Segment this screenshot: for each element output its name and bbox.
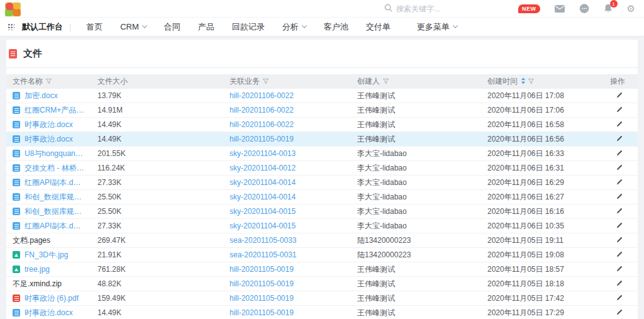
sort-icon[interactable] [521, 77, 526, 84]
edit-icon[interactable] [616, 221, 623, 229]
settings-gear-icon[interactable]: ⚙ [627, 4, 635, 13]
file-name-link[interactable]: 交接文档 - 林桥.docx [25, 163, 85, 174]
edit-icon[interactable] [616, 178, 623, 186]
table-row[interactable]: 加密.docx13.79Khill-20201106-0022王伟峰测试2020… [6, 89, 638, 103]
edit-icon[interactable] [616, 308, 623, 316]
file-size: 14.49K [91, 308, 223, 317]
table-row[interactable]: 红圈API副本.docx27.33Ksky-20201104-0014李大宝-l… [6, 176, 638, 190]
nav-item-pool[interactable]: 客户池 [315, 21, 357, 33]
file-name-cell: 加密.docx [6, 91, 91, 101]
nav-item-home[interactable]: 首页 [77, 21, 111, 33]
nav-item-payment[interactable]: 回款记录 [223, 21, 274, 33]
file-name-link[interactable]: 时事政治.docx [25, 308, 73, 318]
table-row[interactable]: 红圈CRM+产品说明201901_前端...14.91Mhill-2020110… [6, 103, 638, 118]
related-business-link[interactable]: sky-20201104-0014 [230, 178, 296, 187]
chat-icon[interactable] [579, 4, 589, 14]
file-name-link[interactable]: 红圈API副本.docx [25, 221, 85, 232]
file-name-cell: 时事政治.docx [6, 120, 91, 130]
global-search[interactable] [384, 3, 494, 14]
edit-icon[interactable] [616, 149, 623, 157]
operation-cell [601, 120, 638, 130]
mail-icon[interactable] [555, 5, 565, 13]
edit-icon[interactable] [616, 250, 623, 258]
edit-icon[interactable] [616, 91, 623, 99]
edit-icon[interactable] [616, 164, 623, 171]
related-business-link[interactable]: hill-20201105-0019 [230, 265, 294, 274]
creator: 陆13420000223 [351, 235, 481, 246]
image-file-icon [13, 266, 20, 273]
related-business-link[interactable]: hill-20201105-0019 [230, 294, 294, 303]
related-business-link[interactable]: hill-20201106-0022 [230, 91, 294, 100]
related-business-link[interactable]: sea-20201105-0031 [230, 250, 297, 259]
file-name-link[interactable]: 时事政治 (6).pdf [25, 293, 79, 304]
table-row[interactable]: 文档.pages269.47Ksea-20201105-0033陆1342000… [6, 233, 638, 248]
related-business-link[interactable]: sky-20201104-0014 [230, 193, 296, 201]
table-row[interactable]: 时事政治.docx14.49Khill-20201105-0019王伟峰测试20… [6, 306, 638, 319]
file-name-link[interactable]: 加密.docx [25, 91, 58, 101]
filter-icon[interactable] [263, 79, 269, 84]
table-row[interactable]: 时事政治.docx14.49Khill-20201105-0019王伟峰测试20… [6, 132, 638, 147]
file-name-link[interactable]: U8与hongquan集成方案.docx [25, 148, 85, 159]
related-business-link[interactable]: hill-20201106-0022 [230, 106, 294, 115]
table-row[interactable]: 交接文档 - 林桥.docx116.24Ksky-20201104-0012李大… [6, 161, 638, 176]
filter-icon[interactable] [46, 79, 52, 84]
creator: 王伟峰测试 [351, 279, 481, 289]
related-business-link[interactable]: hill-20201105-0019 [230, 308, 294, 317]
file-size: 21.91K [91, 250, 223, 259]
table-row[interactable]: 红圈API副本.docx27.33Ksky-20201104-0015李大宝-l… [6, 219, 638, 233]
nav-item-delivery[interactable]: 交付单 [357, 21, 399, 33]
edit-icon[interactable] [616, 236, 623, 243]
table-row[interactable]: 不足.xmind.zip48.82Khill-20201105-0019王伟峰测… [6, 277, 638, 291]
related-business-link[interactable]: sky-20201104-0015 [230, 207, 296, 216]
related-business-link[interactable]: sea-20201105-0033 [230, 236, 297, 245]
table-row[interactable]: 和创_数据库规范_20171124.doc25.50Ksky-20201104-… [6, 190, 638, 204]
file-name-link[interactable]: 红圈API副本.docx [25, 177, 85, 188]
nav-item-contract[interactable]: 合同 [155, 21, 189, 33]
related-business-link[interactable]: hill-20201105-0019 [230, 135, 294, 143]
edit-icon[interactable] [616, 135, 623, 142]
edit-icon[interactable] [616, 279, 623, 287]
file-name-link[interactable]: FN_3D牛.jpg [25, 250, 68, 260]
workspace-title[interactable]: 默认工作台 [22, 21, 63, 33]
operation-cell [601, 149, 638, 159]
filter-icon[interactable] [528, 79, 534, 84]
related-business-link[interactable]: sky-20201104-0015 [230, 221, 296, 230]
table-row[interactable]: 和创_数据库规范_20171124.doc25.50Ksky-20201104-… [6, 204, 638, 219]
file-name-link[interactable]: 时事政治.docx [25, 134, 73, 145]
operation-cell [601, 207, 638, 216]
table-row[interactable]: 时事政治 (6).pdf159.49Khill-20201105-0019王伟峰… [6, 291, 638, 306]
notification-bell-icon[interactable]: 1 [604, 4, 613, 13]
nav-item-crm[interactable]: CRM [111, 22, 155, 31]
edit-icon[interactable] [616, 207, 623, 215]
operation-cell [601, 279, 638, 289]
related-business-link[interactable]: sky-20201104-0012 [230, 164, 296, 172]
edit-icon[interactable] [616, 120, 623, 128]
table-row[interactable]: U8与hongquan集成方案.docx201.55Ksky-20201104-… [6, 147, 638, 161]
nav-item-analysis[interactable]: 分析 [274, 21, 315, 33]
table-row[interactable]: tree.jpg761.28Khill-20201105-0019王伟峰测试20… [6, 262, 638, 277]
file-name-link[interactable]: 和创_数据库规范_20171124.doc [25, 192, 85, 203]
notification-count-badge: 1 [610, 0, 618, 8]
creator: 李大宝-lidabao [351, 148, 481, 159]
file-name-link[interactable]: 时事政治.docx [25, 120, 73, 130]
app-logo[interactable] [5, 3, 21, 16]
related-business-link[interactable]: sky-20201104-0013 [230, 149, 296, 158]
related-business-link[interactable]: hill-20201106-0022 [230, 120, 294, 129]
file-name-link[interactable]: 红圈CRM+产品说明201901_前端... [25, 105, 85, 116]
table-row[interactable]: 时事政治.docx14.49Khill-20201106-0022王伟峰测试20… [6, 118, 638, 132]
edit-icon[interactable] [616, 106, 623, 113]
app-grid-icon[interactable] [8, 23, 14, 30]
filter-icon[interactable] [383, 79, 389, 84]
file-name-link[interactable]: tree.jpg [25, 265, 50, 274]
related-business-link[interactable]: hill-20201105-0019 [230, 279, 294, 288]
edit-icon[interactable] [616, 294, 623, 301]
edit-icon[interactable] [616, 265, 623, 272]
edit-icon[interactable] [616, 193, 623, 200]
new-badge[interactable]: NEW [518, 4, 540, 13]
table-header: 文件名称文件大小关联业务创建人创建时间操作 [6, 74, 638, 89]
nav-item-more-menu[interactable]: 更多菜单 [408, 21, 466, 33]
file-name-link[interactable]: 和创_数据库规范_20171124.doc [25, 206, 85, 217]
table-row[interactable]: FN_3D牛.jpg21.91Ksea-20201105-0031陆134200… [6, 248, 638, 262]
nav-item-product[interactable]: 产品 [189, 21, 223, 33]
search-input[interactable] [396, 4, 484, 13]
